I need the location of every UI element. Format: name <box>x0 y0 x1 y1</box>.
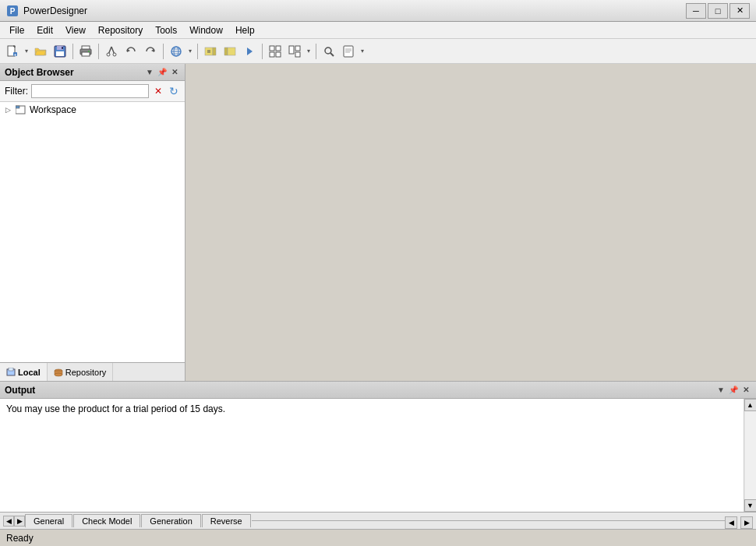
menu-tools[interactable]: Tools <box>149 23 183 37</box>
tab-reverse[interactable]: Reverse <box>202 514 251 527</box>
panel-header: Object Browser ▼ 📌 ✕ <box>0 64 185 81</box>
svg-point-13 <box>88 51 90 52</box>
minimize-button[interactable]: ─ <box>686 3 706 19</box>
print-button[interactable] <box>76 42 95 61</box>
app-title: PowerDesigner <box>23 5 686 16</box>
output-scrollbar: ▲ ▼ <box>744 399 756 512</box>
svg-rect-34 <box>270 52 274 57</box>
web-dropdown[interactable]: ▾ <box>186 42 194 61</box>
svg-rect-37 <box>295 46 300 51</box>
redo-button[interactable] <box>141 42 160 61</box>
import-button[interactable] <box>221 42 239 61</box>
forward-button[interactable] <box>240 42 259 61</box>
filter-clear-icon[interactable]: ✕ <box>152 85 164 97</box>
svg-rect-30 <box>228 48 235 55</box>
save-button[interactable] <box>51 42 69 61</box>
tab-check-model[interactable]: Check Model <box>73 514 140 527</box>
svg-marker-26 <box>213 48 216 55</box>
tabs-scroll-right-small[interactable]: ▶ <box>14 516 25 527</box>
output-body: You may use the product for a trial peri… <box>0 399 756 512</box>
svg-rect-36 <box>289 46 294 54</box>
svg-point-39 <box>325 48 331 54</box>
panel-header-icons: ▼ 📌 ✕ <box>144 67 180 78</box>
svg-rect-12 <box>82 52 90 56</box>
workspace-label: Workspace <box>30 104 76 115</box>
workspace-tree-item[interactable]: ▷ Workspace <box>0 102 185 118</box>
output-pin-icon[interactable]: 📌 <box>728 385 739 396</box>
find-button[interactable] <box>320 42 338 61</box>
canvas-area <box>185 64 756 381</box>
output-panel: Output ▼ 📌 ✕ You may use the product for… <box>0 381 756 529</box>
scroll-up-button[interactable]: ▲ <box>744 399 757 411</box>
menu-file[interactable]: File <box>3 23 30 37</box>
output-title: Output <box>5 385 712 396</box>
tiles-dropdown[interactable]: ▾ <box>305 42 313 61</box>
toolbar: + ▾ <box>0 39 756 64</box>
svg-marker-31 <box>247 48 253 55</box>
svg-marker-29 <box>224 48 228 55</box>
output-menu-icon[interactable]: ▼ <box>715 385 726 396</box>
title-bar: P PowerDesigner ─ □ ✕ <box>0 0 756 22</box>
tabs-arrow-right[interactable]: ▶ <box>740 516 753 529</box>
tiles-button[interactable] <box>285 42 304 61</box>
svg-text:+: + <box>14 52 17 57</box>
svg-rect-38 <box>295 52 300 57</box>
menu-window[interactable]: Window <box>183 23 229 37</box>
menu-repository[interactable]: Repository <box>92 23 149 37</box>
svg-rect-46 <box>16 106 19 108</box>
object-browser-panel: Object Browser ▼ 📌 ✕ Filter: ✕ ↻ ▷ <box>0 64 185 381</box>
separator-4 <box>197 44 198 59</box>
undo-button[interactable] <box>122 42 140 61</box>
main-area: Object Browser ▼ 📌 ✕ Filter: ✕ ↻ ▷ <box>0 64 756 529</box>
svg-text:P: P <box>10 7 16 16</box>
status-text: Ready <box>6 533 34 544</box>
panel-close-icon[interactable]: ✕ <box>169 67 180 78</box>
panel-pin-icon[interactable]: 📌 <box>157 67 168 78</box>
open-button[interactable] <box>31 42 50 61</box>
svg-rect-9 <box>62 47 63 49</box>
preview-button[interactable] <box>339 42 358 61</box>
tree-expand-icon: ▷ <box>3 105 12 114</box>
svg-rect-25 <box>205 48 213 55</box>
close-button[interactable]: ✕ <box>730 3 750 19</box>
tab-local[interactable]: Local <box>0 363 48 381</box>
scroll-down-button[interactable]: ▼ <box>744 499 757 512</box>
panel-title: Object Browser <box>5 67 141 78</box>
menu-edit[interactable]: Edit <box>30 23 59 37</box>
tab-general[interactable]: General <box>25 514 72 527</box>
svg-line-40 <box>330 53 334 56</box>
export-button[interactable] <box>201 42 220 61</box>
new-button[interactable]: + <box>3 42 22 61</box>
tab-generation[interactable]: Generation <box>141 514 200 527</box>
svg-point-17 <box>113 53 116 56</box>
grid-button[interactable] <box>266 42 284 61</box>
tab-local-label: Local <box>18 368 41 377</box>
svg-marker-19 <box>151 49 154 52</box>
maximize-button[interactable]: □ <box>708 3 728 19</box>
new-dropdown[interactable]: ▾ <box>23 42 30 61</box>
separator-2 <box>98 44 99 59</box>
output-header-icons: ▼ 📌 ✕ <box>715 385 751 396</box>
svg-rect-35 <box>276 52 281 57</box>
output-close-icon[interactable]: ✕ <box>740 385 751 396</box>
tabs-scroll-left[interactable]: ◀ <box>3 516 14 527</box>
svg-rect-48 <box>9 368 13 371</box>
separator-3 <box>163 44 164 59</box>
bottom-tabs: ◀ ▶ General Check Model Generation Rever… <box>0 512 756 529</box>
menu-bar: File Edit View Repository Tools Window H… <box>0 22 756 39</box>
svg-rect-41 <box>344 46 353 57</box>
separator-5 <box>262 44 263 59</box>
menu-view[interactable]: View <box>59 23 92 37</box>
cut-button[interactable] <box>102 42 121 61</box>
status-bar: Ready <box>0 529 756 546</box>
tab-repository[interactable]: Repository <box>48 363 114 381</box>
filter-input[interactable] <box>31 84 149 98</box>
preview-dropdown[interactable]: ▾ <box>359 42 366 61</box>
tabs-right: ◀ ▶ <box>725 516 756 529</box>
tree-content: ▷ Workspace <box>0 102 185 362</box>
panel-menu-icon[interactable]: ▼ <box>144 67 155 78</box>
tabs-arrow-left[interactable]: ◀ <box>725 516 737 529</box>
menu-help[interactable]: Help <box>229 23 261 37</box>
web-button[interactable] <box>167 42 185 61</box>
filter-refresh-icon[interactable]: ↻ <box>168 85 180 97</box>
